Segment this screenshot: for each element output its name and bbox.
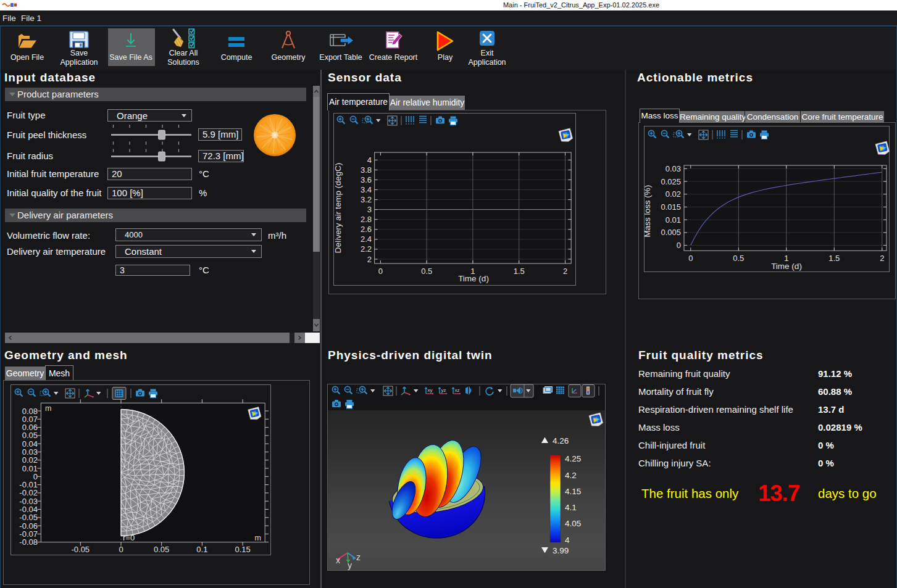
svg-text:xy: xy xyxy=(428,387,433,393)
svg-text:4.25: 4.25 xyxy=(565,454,581,463)
svg-text:0.015: 0.015 xyxy=(661,202,681,212)
svg-text:1.5: 1.5 xyxy=(514,267,525,276)
svg-text:0.1: 0.1 xyxy=(196,545,207,554)
svg-text:0: 0 xyxy=(677,241,681,250)
svg-text:y: y xyxy=(348,560,352,570)
svg-text:3.4: 3.4 xyxy=(361,185,372,194)
svg-text:3: 3 xyxy=(367,205,372,214)
svg-text:3.2: 3.2 xyxy=(361,195,372,204)
svg-text:0.05: 0.05 xyxy=(154,545,169,554)
svg-text:m: m xyxy=(255,534,261,542)
svg-text:Time (d): Time (d) xyxy=(458,274,489,283)
svg-text:Delivery air temp (degC): Delivery air temp (degC) xyxy=(333,163,343,253)
svg-text:3.99: 3.99 xyxy=(553,546,569,555)
svg-text:0: 0 xyxy=(378,267,383,276)
svg-text:0.03: 0.03 xyxy=(665,164,681,173)
svg-text:xz: xz xyxy=(455,387,460,393)
svg-text:Mass loss (%): Mass loss (%) xyxy=(643,185,652,238)
svg-text:2: 2 xyxy=(880,254,884,263)
svg-text:r=0: r=0 xyxy=(123,533,135,542)
svg-text:2.2: 2.2 xyxy=(361,244,372,254)
svg-text:0: 0 xyxy=(688,254,693,263)
svg-text:Time (d): Time (d) xyxy=(771,262,802,271)
svg-text:4.1: 4.1 xyxy=(565,503,577,512)
svg-text:2.6: 2.6 xyxy=(361,225,372,234)
svg-text:z: z xyxy=(356,552,361,562)
svg-text:yz: yz xyxy=(441,387,446,393)
svg-text:4: 4 xyxy=(565,536,570,545)
svg-text:0.15: 0.15 xyxy=(235,545,250,554)
svg-text:0.025: 0.025 xyxy=(661,177,681,186)
svg-text:-0.05: -0.05 xyxy=(71,545,90,554)
svg-text:3.8: 3.8 xyxy=(361,165,372,175)
svg-text:4.2: 4.2 xyxy=(565,471,577,480)
svg-text:2.8: 2.8 xyxy=(361,215,372,224)
svg-text:0.01: 0.01 xyxy=(665,215,681,225)
svg-text:4.15: 4.15 xyxy=(565,487,581,496)
svg-text:4.05: 4.05 xyxy=(565,519,581,528)
svg-text:x: x xyxy=(336,555,340,565)
svg-text:0.5: 0.5 xyxy=(421,267,432,276)
svg-text:0: 0 xyxy=(119,545,123,554)
svg-text:2.4: 2.4 xyxy=(361,234,372,244)
svg-text:0.005: 0.005 xyxy=(661,228,681,237)
svg-text:2: 2 xyxy=(563,267,567,276)
svg-text:4: 4 xyxy=(367,155,372,165)
svg-text:0.5: 0.5 xyxy=(733,254,744,263)
svg-text:3.6: 3.6 xyxy=(361,175,372,184)
svg-text:2: 2 xyxy=(367,255,372,264)
svg-text:0.02: 0.02 xyxy=(665,189,681,199)
svg-text:m: m xyxy=(45,404,51,413)
svg-text:4.26: 4.26 xyxy=(553,436,569,445)
svg-text:1.5: 1.5 xyxy=(828,254,840,263)
svg-text:-0.08: -0.08 xyxy=(19,537,38,547)
